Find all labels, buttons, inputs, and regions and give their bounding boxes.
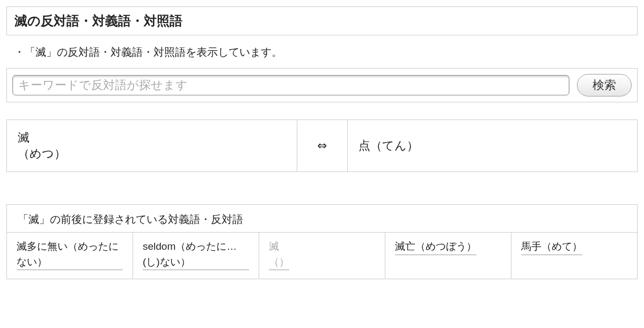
pair-left-reading: （めつ）: [18, 146, 286, 162]
related-cell: seldom（めったに…(し)ない）: [133, 233, 259, 279]
related-cell: 滅亡（めつぼう）: [385, 233, 511, 279]
pair-arrow: ⇔: [297, 120, 347, 172]
page-title: 滅の反対語・対義語・対照語: [14, 12, 630, 29]
search-button[interactable]: 検索: [577, 74, 632, 96]
page-title-box: 滅の反対語・対義語・対照語: [6, 6, 638, 35]
related-current: 滅 （）: [269, 239, 289, 270]
related-link[interactable]: seldom（めったに…(し)ない）: [143, 239, 249, 270]
pair-left-cell: 滅 （めつ）: [7, 120, 297, 172]
pair-right-term: 点（てん）: [358, 139, 419, 152]
related-row: 滅多に無い（めったにない） seldom（めったに…(し)ない） 滅 （） 滅亡…: [7, 233, 637, 279]
antonym-pair-table: 滅 （めつ） ⇔ 点（てん）: [6, 120, 638, 172]
related-link[interactable]: 馬手（めて）: [521, 239, 582, 255]
pair-left-term: 滅: [18, 131, 30, 144]
pair-right-cell: 点（てん）: [347, 120, 638, 172]
related-current-term: 滅: [269, 241, 279, 252]
related-link[interactable]: 滅多に無い（めったにない）: [17, 239, 123, 270]
related-title: 「滅」の前後に登録されている対義語・反対語: [7, 205, 637, 233]
intro-text: ・「滅」の反対語・対義語・対照語を表示しています。: [14, 45, 638, 59]
related-cell: 滅 （）: [259, 233, 385, 279]
search-input[interactable]: [12, 75, 569, 95]
related-cell: 馬手（めて）: [511, 233, 637, 279]
related-box: 「滅」の前後に登録されている対義語・反対語 滅多に無い（めったにない） seld…: [6, 204, 638, 279]
related-cell: 滅多に無い（めったにない）: [7, 233, 133, 279]
related-link[interactable]: 滅亡（めつぼう）: [395, 239, 477, 255]
search-container: 検索: [6, 68, 638, 102]
related-current-paren: （）: [269, 255, 289, 270]
